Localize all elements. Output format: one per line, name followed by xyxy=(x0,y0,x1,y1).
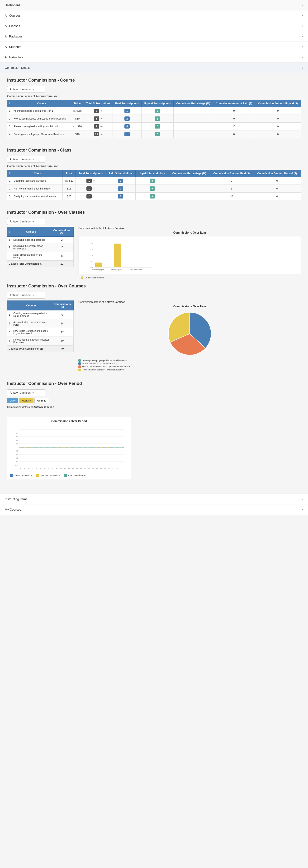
nav-item-all-courses[interactable]: All Courses ▾ xyxy=(0,10,308,21)
over-classes-chart-col: Commission details of Antawn Jamison Com… xyxy=(78,227,301,274)
total-row: Classes Total Commission ($)12 xyxy=(7,261,74,267)
svg-rect-0 xyxy=(95,262,102,267)
legend-class-comm: Class Commissions xyxy=(10,474,32,477)
pie-legend-item: How to use Barcodes and Logos in your bu… xyxy=(78,366,301,368)
chevron-icon: ▾ xyxy=(302,4,303,6)
table-row: 1 Designing logos and barcodes $12 $11 1… xyxy=(7,177,301,185)
over-courses-title: Instructor Commission - Over Courses xyxy=(7,284,301,289)
col-commission-unpaid: Commission Amount Unpaid ($) xyxy=(253,170,301,177)
over-courses-section: Instructor Commission - Over Courses Ant… xyxy=(7,284,301,372)
over-classes-dropdown-wrap: Antawn Jamison ▾ xyxy=(7,218,301,225)
col-commission-unpaid: Commission Amount Unpaid ($) xyxy=(255,100,301,107)
legend-color-dot xyxy=(81,277,83,279)
nav-item-all-packages[interactable]: All Packages ▾ xyxy=(0,31,308,42)
table-row: 1 An Introduction to e-commerce-Part 1 $… xyxy=(7,107,301,115)
period-legend: Class Commissions Course Commissions Tot… xyxy=(10,474,129,477)
dropdown-arrow-icon: ▾ xyxy=(32,158,34,161)
chevron-icon: ▾ xyxy=(302,25,303,27)
svg-text:25: 25 xyxy=(117,467,118,469)
nav-item-dashboard[interactable]: Dashboard ▾ xyxy=(0,0,308,10)
over-courses-table: # Courses Commissions ($) 1Creating an e… xyxy=(7,301,74,352)
period-daily-button[interactable]: Daily xyxy=(7,398,18,403)
svg-text:15: 15 xyxy=(76,467,78,469)
col-commissions: Commissions ($) xyxy=(51,301,74,310)
legend-total-comm: Total Commissions xyxy=(64,474,86,477)
over-classes-table: # Classes Commissions ($) 1Designing log… xyxy=(7,227,74,267)
course-commissions-table: # Course Price Total Subscriptions Paid … xyxy=(7,100,301,138)
legend-course-comm: Course Commissions xyxy=(36,474,60,477)
nav-item-all-classes[interactable]: All Classes ▾ xyxy=(0,21,308,31)
svg-text:10: 10 xyxy=(56,467,58,469)
svg-text:3: 3 xyxy=(28,467,29,469)
table-row: 2Designing the content for an online cla… xyxy=(7,243,74,252)
over-period-dropdown[interactable]: Antawn Jamison ▾ xyxy=(7,390,45,396)
class-instructor-dropdown-wrap: Antawn Jamison ▾ xyxy=(7,156,301,163)
table-row: 3 Designing the content for an online ca… xyxy=(7,193,301,200)
course-commissions-title: Instructor Commissions - Course xyxy=(7,78,301,83)
over-classes-table-col: # Classes Commissions ($) 1Designing log… xyxy=(7,227,74,267)
svg-text:12: 12 xyxy=(64,467,66,469)
dropdown-arrow-icon: ▾ xyxy=(32,392,34,394)
over-classes-bar-chart: Designing logos...Designing the c...Non-… xyxy=(78,236,301,274)
class-instructor-dropdown[interactable]: Antawn Jamison ▾ xyxy=(7,156,45,163)
class-commissions-section: Instructor Commissions - Class Antawn Ja… xyxy=(7,148,301,200)
chevron-icon: ▾ xyxy=(302,498,303,500)
period-monthly-button[interactable]: Monthly xyxy=(19,398,33,403)
over-classes-dropdown[interactable]: Antawn Jamison ▾ xyxy=(7,218,45,225)
over-courses-chart-col: Commission details of Antawn Jamison Com… xyxy=(78,301,301,372)
col-commission-pct: Commision Percentage (%) xyxy=(169,170,210,177)
col-unpaid-subs: Unpaid Subscriptions xyxy=(136,170,169,177)
col-num: # xyxy=(7,227,12,237)
nav-item-all-instructors[interactable]: All Instructors ▾ xyxy=(0,52,308,63)
svg-text:0.20: 0.20 xyxy=(90,243,93,245)
svg-text:-0.6: -0.6 xyxy=(15,457,18,459)
svg-text:18: 18 xyxy=(88,467,90,469)
over-courses-table-col: # Courses Commissions ($) 1Creating an e… xyxy=(7,301,74,352)
col-paid-subs: Paid Subscriptions xyxy=(106,170,136,177)
svg-text:0.15: 0.15 xyxy=(90,249,93,250)
table-row: 3How to use Barcodes and Logos in your b… xyxy=(7,328,74,337)
pie-legend-item: Fitness training basics in Physical Educ… xyxy=(78,369,301,371)
col-class: Class xyxy=(12,170,63,177)
nav-item-commission-details[interactable]: Commision Details ▴ xyxy=(0,63,308,73)
chevron-up-icon: ▴ xyxy=(302,66,303,69)
total-row: Courses Total Commission ($)40 xyxy=(7,345,74,352)
nav-item-all-students[interactable]: All Students ▾ xyxy=(0,42,308,52)
svg-text:22: 22 xyxy=(105,467,106,469)
period-chart-title: Commissions Over Period xyxy=(10,420,129,423)
svg-text:-0.8: -0.8 xyxy=(15,461,18,462)
svg-text:-1.0: -1.0 xyxy=(15,464,18,466)
svg-text:23: 23 xyxy=(109,467,110,469)
col-commission-paid: Commission Amount Paid ($) xyxy=(213,100,255,107)
over-courses-dropdown[interactable]: Antawn Jamison ▾ xyxy=(7,292,45,299)
course-commission-details-label: Commission details of Antawn Jamison xyxy=(7,95,301,98)
svg-text:24: 24 xyxy=(113,467,114,469)
class-commissions-table: # Class Price Total Subscriptions Paid S… xyxy=(7,170,301,200)
over-period-chart: Commissions Over Period 1.0 xyxy=(7,417,131,479)
svg-text:Designing logos...: Designing logos... xyxy=(92,269,106,271)
col-commission-paid: Commission Amount Paid ($) xyxy=(210,170,253,177)
over-classes-section: Instructor Commission - Over Classes Ant… xyxy=(7,210,301,274)
col-commissions: Commissions ($) xyxy=(50,227,74,237)
over-courses-pie-chart: Creating an employee profile for small b… xyxy=(78,310,301,371)
svg-text:0.2: 0.2 xyxy=(16,443,18,445)
nav-item-instructing-items[interactable]: Instructing Items ▾ xyxy=(0,494,308,504)
course-instructor-dropdown[interactable]: Antawn Jamison ▾ xyxy=(7,86,45,93)
table-row: 4 Creating an employee profile for small… xyxy=(7,130,301,138)
svg-text:7: 7 xyxy=(44,467,45,469)
svg-text:0.10: 0.10 xyxy=(90,255,93,256)
col-price: Price xyxy=(63,170,76,177)
nav-item-my-courses[interactable]: My Courses ▾ xyxy=(0,504,308,515)
navigation: Dashboard ▾ All Courses ▾ All Classes ▾ … xyxy=(0,0,308,73)
col-commission-pct: Commision Percentage (%) xyxy=(174,100,213,107)
svg-text:0: 0 xyxy=(17,446,18,448)
svg-text:14: 14 xyxy=(72,467,74,469)
chevron-icon: ▾ xyxy=(302,508,303,511)
svg-text:0.4: 0.4 xyxy=(16,439,18,441)
chevron-icon: ▾ xyxy=(302,56,303,59)
col-unpaid-subs: Unpaid Subscriptions xyxy=(141,100,173,107)
period-alltime-button[interactable]: All Time xyxy=(34,398,49,403)
svg-text:20: 20 xyxy=(96,467,98,469)
col-num: # xyxy=(7,170,12,177)
svg-text:4: 4 xyxy=(32,467,33,469)
